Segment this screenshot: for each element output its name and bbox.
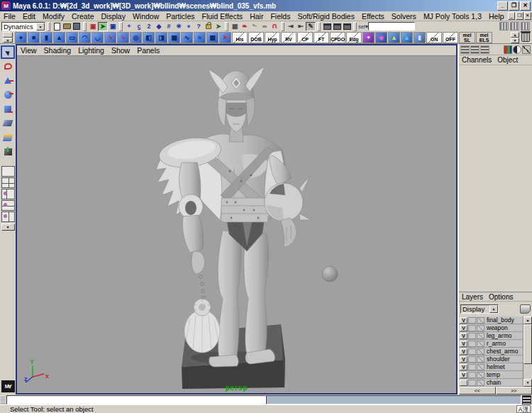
section-divider[interactable] bbox=[317, 22, 321, 31]
channels-menu[interactable]: Channels bbox=[459, 56, 494, 64]
scroll-down-icon[interactable]: ▼ bbox=[523, 379, 532, 387]
layer-color-swatch[interactable] bbox=[477, 341, 484, 347]
quick-help-icon[interactable]: ? bbox=[194, 22, 204, 31]
menu-modify[interactable]: Modify bbox=[39, 12, 68, 21]
layer-playback-toggle[interactable] bbox=[468, 317, 476, 324]
section-divider[interactable] bbox=[281, 22, 284, 31]
minimize-button[interactable]: _ bbox=[497, 1, 508, 11]
shelf-lattice-icon[interactable]: ▦ bbox=[168, 32, 180, 43]
layer-playback-toggle[interactable] bbox=[468, 333, 476, 339]
layer-visibility-toggle[interactable] bbox=[460, 380, 467, 386]
layer-playback-toggle[interactable] bbox=[468, 364, 476, 370]
menu-hair[interactable]: Hair bbox=[246, 12, 267, 21]
shelf-scroll-down-icon[interactable]: ▼ bbox=[511, 38, 519, 43]
menu-create[interactable]: Create bbox=[68, 12, 98, 21]
construction-history-icon[interactable]: ✎ bbox=[306, 22, 316, 31]
shelf-cpdo-button[interactable]: CPDO bbox=[330, 32, 345, 43]
channel-box-toggle-icon[interactable] bbox=[521, 22, 530, 31]
snap-grids-icon[interactable]: # bbox=[164, 22, 174, 31]
shelf-poly-cylinder-icon[interactable]: ▮ bbox=[40, 32, 52, 43]
soft-modification-tool[interactable] bbox=[1, 131, 15, 144]
layer-color-swatch[interactable] bbox=[477, 364, 484, 370]
shelf-smooth-icon[interactable]: ↘ bbox=[104, 32, 116, 43]
render-globals-icon[interactable]: ▦ bbox=[230, 22, 240, 31]
section-divider[interactable] bbox=[225, 22, 228, 31]
panel-menu-panels[interactable]: Panels bbox=[133, 46, 163, 55]
particle-dots-icon[interactable]: °· bbox=[250, 22, 260, 31]
shelf-dob-button[interactable]: DOB bbox=[248, 32, 264, 43]
layer-name[interactable]: shoulder bbox=[487, 356, 510, 363]
layer-visibility-toggle[interactable]: V bbox=[460, 364, 467, 370]
layer-playback-toggle[interactable] bbox=[468, 341, 476, 347]
section-divider[interactable] bbox=[83, 22, 87, 31]
layer-color-swatch[interactable] bbox=[477, 372, 484, 378]
xyz-color-icon[interactable] bbox=[504, 45, 512, 54]
snap-curves-b-icon[interactable]: 2 bbox=[144, 22, 154, 31]
layer-scrollbar[interactable]: ▲ ▼ bbox=[523, 316, 532, 387]
panel-menu-show[interactable]: Show bbox=[108, 46, 133, 55]
quick-selection-input[interactable] bbox=[368, 22, 415, 31]
select-hierarchy-icon[interactable]: ▣ bbox=[88, 22, 98, 31]
input-connections-icon[interactable]: ⇥ bbox=[286, 22, 296, 31]
layer-row[interactable]: V shoulder bbox=[459, 356, 523, 363]
scroll-thumb[interactable] bbox=[523, 324, 532, 364]
camera-label[interactable]: persp bbox=[225, 384, 248, 392]
new-scene-icon[interactable] bbox=[52, 22, 62, 31]
options-menu[interactable]: Options bbox=[486, 293, 516, 301]
layer-color-swatch[interactable] bbox=[477, 348, 484, 355]
layer-visibility-toggle[interactable]: V bbox=[460, 341, 467, 347]
shelf-extrude-b-icon[interactable]: ◨ bbox=[155, 32, 167, 43]
layer-color-swatch[interactable] bbox=[477, 333, 484, 339]
layer-row[interactable]: V temp bbox=[459, 371, 523, 379]
menu-file[interactable]: File bbox=[0, 12, 19, 21]
layer-playback-toggle[interactable] bbox=[468, 356, 476, 363]
snap-move-icon[interactable]: + bbox=[124, 22, 134, 31]
layer-name[interactable]: r_armo bbox=[487, 340, 506, 347]
move-tool[interactable] bbox=[1, 74, 15, 87]
layout-hypershade-persp-button[interactable] bbox=[1, 200, 15, 211]
layer-mode-dropdown[interactable]: Display ▼ bbox=[460, 304, 499, 314]
ipr-render-icon[interactable] bbox=[342, 22, 352, 31]
rotate-tool[interactable] bbox=[1, 88, 15, 101]
shelf-poly-cube-icon[interactable]: ■ bbox=[28, 32, 40, 43]
shelf-poly-tool-10-icon[interactable]: ◎ bbox=[130, 32, 142, 43]
save-scene-icon[interactable] bbox=[72, 22, 82, 31]
layer-playback-toggle[interactable] bbox=[468, 325, 476, 331]
layer-visibility-toggle[interactable]: V bbox=[460, 372, 467, 378]
select-object-icon[interactable]: ➤ bbox=[98, 22, 108, 31]
layer-name[interactable]: chest_armo bbox=[487, 348, 518, 355]
layer-name[interactable]: chain bbox=[487, 379, 501, 386]
trash-icon[interactable] bbox=[521, 33, 530, 42]
shelf-off-button[interactable]: OFF bbox=[443, 32, 458, 43]
shelf-dyn-3-icon[interactable]: ▲ bbox=[388, 32, 400, 43]
chevron-down-icon[interactable]: ▼ bbox=[36, 23, 45, 31]
shelf-extrude-icon[interactable]: ◧ bbox=[143, 32, 155, 43]
layers-prev-button[interactable]: << bbox=[459, 387, 496, 395]
layer-name[interactable]: weapon bbox=[487, 324, 508, 331]
sphere-object[interactable] bbox=[322, 266, 338, 282]
attribute-editor-toggle-icon[interactable] bbox=[499, 22, 509, 31]
lasso-select-tool[interactable] bbox=[1, 60, 15, 73]
menu-window[interactable]: Window bbox=[129, 12, 162, 21]
shelf-append-icon[interactable]: ➤ bbox=[219, 32, 231, 43]
child-close-button[interactable]: ✕ bbox=[524, 12, 531, 20]
shelf-his-button[interactable]: His bbox=[232, 32, 248, 43]
menu-solvers[interactable]: Solvers bbox=[388, 12, 420, 21]
shelf-dyn-4-icon[interactable]: ▲ bbox=[401, 32, 413, 43]
script-editor-icon[interactable] bbox=[522, 395, 531, 404]
snap-points-icon[interactable]: ◆ bbox=[154, 22, 164, 31]
slider-speed-icon[interactable] bbox=[522, 45, 531, 54]
menu-set-dropdown[interactable]: Dynamics ▼ bbox=[1, 22, 45, 31]
command-input[interactable] bbox=[6, 395, 266, 404]
layer-name[interactable]: leg_armo bbox=[487, 332, 511, 339]
child-minimize-button[interactable]: _ bbox=[508, 12, 515, 20]
chevron-down-icon[interactable]: ▼ bbox=[489, 305, 498, 313]
select-component-icon[interactable]: ▣ bbox=[108, 22, 118, 31]
layer-playback-toggle[interactable] bbox=[468, 372, 476, 378]
layout-four-pane-button[interactable] bbox=[1, 177, 15, 188]
make-live-icon[interactable]: ● bbox=[184, 22, 194, 31]
manip-default-icon[interactable] bbox=[460, 45, 470, 54]
render-view-icon[interactable] bbox=[322, 22, 332, 31]
shelf-mel-els-button[interactable]: mel ELS bbox=[476, 32, 492, 43]
paint-effects-icon[interactable]: ❧ bbox=[240, 22, 250, 31]
